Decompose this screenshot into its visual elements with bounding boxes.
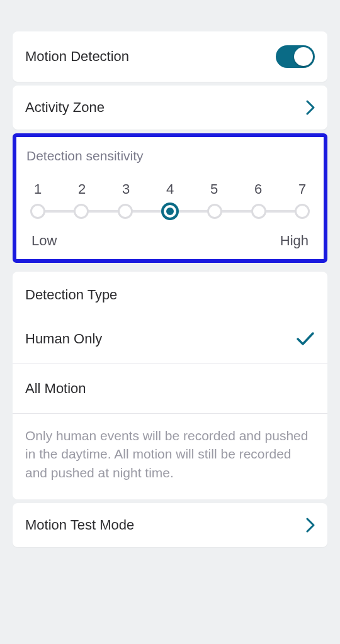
- step-number: 5: [207, 181, 222, 197]
- sensitivity-step-2[interactable]: [74, 204, 89, 219]
- step-number: 2: [74, 181, 89, 197]
- sensitivity-low-label: Low: [31, 233, 57, 249]
- chevron-right-icon: [306, 518, 315, 533]
- detection-type-header: Detection Type: [13, 272, 327, 314]
- detection-type-option-human-only[interactable]: Human Only: [13, 314, 327, 364]
- sensitivity-slider[interactable]: [30, 203, 310, 220]
- sensitivity-step-1[interactable]: [30, 204, 45, 219]
- activity-zone-label: Activity Zone: [25, 99, 105, 116]
- step-number: 3: [118, 181, 133, 197]
- motion-detection-label: Motion Detection: [25, 48, 129, 65]
- sensitivity-high-label: High: [280, 233, 309, 249]
- option-label: Human Only: [25, 331, 102, 347]
- check-icon: [296, 331, 315, 347]
- motion-detection-row: Motion Detection: [13, 31, 327, 82]
- sensitivity-step-3[interactable]: [118, 204, 133, 219]
- option-label: All Motion: [25, 380, 86, 397]
- sensitivity-step-5[interactable]: [207, 204, 222, 219]
- sensitivity-step-7[interactable]: [295, 204, 310, 219]
- activity-zone-row[interactable]: Activity Zone: [13, 86, 327, 130]
- step-number: 1: [30, 181, 45, 197]
- sensitivity-step-6[interactable]: [251, 204, 266, 219]
- sensitivity-step-numbers: 1 2 3 4 5 6 7: [30, 181, 310, 197]
- step-number: 4: [162, 181, 178, 197]
- detection-sensitivity-card: Detection sensitivity 1 2 3 4 5 6 7 Low …: [13, 133, 327, 263]
- toggle-knob: [294, 47, 313, 66]
- motion-detection-toggle[interactable]: [276, 45, 315, 68]
- sensitivity-step-4[interactable]: [161, 203, 179, 220]
- detection-type-description: Only human events will be recorded and p…: [13, 414, 327, 499]
- motion-test-mode-row[interactable]: Motion Test Mode: [13, 503, 327, 547]
- detection-sensitivity-title: Detection sensitivity: [25, 148, 315, 164]
- detection-type-card: Detection Type Human Only All Motion Onl…: [13, 272, 327, 499]
- motion-test-mode-label: Motion Test Mode: [25, 517, 134, 533]
- step-number: 6: [251, 181, 266, 197]
- step-number: 7: [295, 181, 310, 197]
- chevron-right-icon: [306, 100, 315, 115]
- detection-type-option-all-motion[interactable]: All Motion: [13, 364, 327, 413]
